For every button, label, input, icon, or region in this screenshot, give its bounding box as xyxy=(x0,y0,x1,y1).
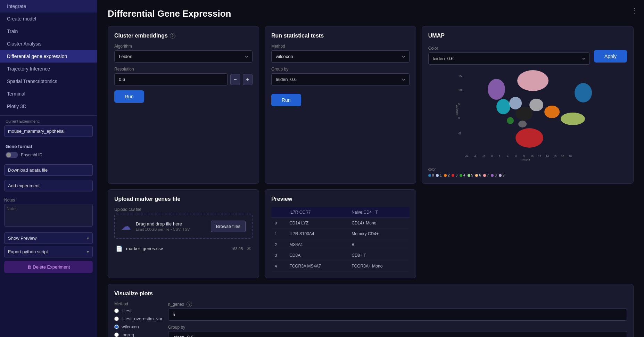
svg-text:-2: -2 xyxy=(482,155,485,158)
svg-text:2: 2 xyxy=(499,155,501,158)
show-preview-chevron: ▾ xyxy=(87,236,89,241)
vis-group-by-select[interactable]: leiden_0.6 xyxy=(168,331,627,337)
vis-method-label: Method xyxy=(114,302,163,306)
legend-item-7: 7 xyxy=(483,173,489,177)
row-col3: CD8+ T xyxy=(348,250,409,261)
cloud-upload-icon: ☁ xyxy=(121,221,131,232)
radio-item-t-test_overestim_var[interactable]: t-test_overestim_var xyxy=(114,316,163,321)
radio-item-wilcoxon[interactable]: wilcoxon xyxy=(114,324,163,329)
page-title: Differential Gene Expression xyxy=(108,8,634,19)
resolution-decrease-button[interactable]: − xyxy=(230,74,240,85)
legend-item-9: 9 xyxy=(499,173,505,177)
svg-text:14: 14 xyxy=(546,155,549,158)
sidebar-item-plotly-3d[interactable]: Plotly 3D xyxy=(0,100,97,113)
svg-point-31 xyxy=(507,117,514,124)
umap-spacer xyxy=(422,189,634,278)
umap-chart: 15 10 5 0 -5 umap2 -6 -4 -2 0 2 4 6 8 10 xyxy=(428,70,627,167)
radio-label-logreg: logreg xyxy=(122,332,134,337)
export-row[interactable]: Export python script ▾ xyxy=(4,246,93,257)
umap-panel: UMAP Color leiden_0.6 Apply 15 10 5 0 xyxy=(422,26,634,184)
svg-point-28 xyxy=(561,113,585,125)
sidebar-item-cluster-analysis[interactable]: Cluster Analysis xyxy=(0,38,97,50)
file-name: marker_genes.csv xyxy=(126,246,228,251)
radio-input-logreg[interactable] xyxy=(114,332,119,337)
radio-label-wilcoxon: wilcoxon xyxy=(122,324,139,329)
svg-text:6: 6 xyxy=(515,155,517,158)
browse-files-button[interactable]: Browse files xyxy=(211,221,246,232)
preview-col3-header: Naive CD4+ T xyxy=(348,207,409,218)
sidebar-item-trajectory-inference[interactable]: Trajectory Inference xyxy=(0,63,97,75)
dropzone[interactable]: ☁ Drag and drop file here Limit 100GB pe… xyxy=(114,214,253,239)
visualize-panel: Visualize plots Method t-test t-test_ove… xyxy=(108,284,634,337)
sidebar-item-differential-gene-expression[interactable]: Differential gene expression xyxy=(0,50,97,63)
stat-group-by-select[interactable]: leiden_0.6 xyxy=(271,73,410,85)
svg-point-29 xyxy=(575,83,592,102)
cluster-embeddings-title: Cluster embeddings ? xyxy=(114,33,253,39)
n-genes-info-icon[interactable]: ? xyxy=(187,302,192,307)
cluster-embeddings-info-icon[interactable]: ? xyxy=(170,33,175,39)
stat-method-select[interactable]: wilcoxon xyxy=(271,50,410,63)
sidebar-item-integrate[interactable]: Integrate xyxy=(0,0,97,13)
umap-color-select[interactable]: leiden_0.6 xyxy=(428,52,590,65)
show-preview-label: Show Preview xyxy=(8,236,36,241)
legend-item-1: 1 xyxy=(436,173,442,177)
export-label: Export python script xyxy=(8,249,48,254)
apply-button[interactable]: Apply xyxy=(594,50,627,63)
svg-text:8: 8 xyxy=(523,155,525,158)
radio-input-t-test[interactable] xyxy=(114,309,119,313)
preview-col1-header xyxy=(271,207,286,218)
svg-point-27 xyxy=(544,106,560,118)
notes-label: Notes xyxy=(4,198,93,203)
visualize-grid: Method t-test t-test_overestim_var wilco… xyxy=(114,302,627,337)
row-col2: CD8A xyxy=(286,250,348,261)
more-options-button[interactable]: ⋮ xyxy=(629,5,639,16)
stat-run-button[interactable]: Run xyxy=(271,94,301,106)
svg-point-25 xyxy=(515,107,533,121)
legend-item-2: 2 xyxy=(444,173,450,177)
add-experiment-select[interactable]: Add experiment xyxy=(4,180,93,191)
stat-group-by-label: Group by xyxy=(271,67,410,72)
svg-text:12: 12 xyxy=(538,155,541,158)
drag-drop-text: Drag and drop file here xyxy=(136,221,206,227)
algorithm-select[interactable]: Leiden xyxy=(114,50,253,63)
notes-textarea[interactable] xyxy=(4,204,93,227)
row-col3: CD14+ Mono xyxy=(348,218,409,229)
resolution-increase-button[interactable]: + xyxy=(243,74,253,85)
resolution-input[interactable] xyxy=(114,73,228,85)
limit-text: Limit 100GB per file • CSV, TSV xyxy=(136,227,206,231)
sidebar-nav: IntegrateCreate modelTrainCluster Analys… xyxy=(0,0,97,113)
svg-point-26 xyxy=(529,99,543,111)
row-col2: FCGR3A MS4A7 xyxy=(286,261,348,272)
main-content: ⋮ Differential Gene Expression Cluster e… xyxy=(97,0,644,337)
sidebar-item-terminal[interactable]: Terminal xyxy=(0,88,97,100)
sidebar-item-spatial-transcriptomics[interactable]: Spatial Transcriptomics xyxy=(0,75,97,88)
svg-text:10: 10 xyxy=(530,155,534,158)
delete-experiment-button[interactable]: 🗑 Delete Experiment xyxy=(4,261,93,273)
radio-input-t-test_overestim_var[interactable] xyxy=(114,317,119,321)
radio-item-logreg[interactable]: logreg xyxy=(114,332,163,337)
sidebar-item-create-model[interactable]: Create model xyxy=(0,13,97,25)
legend-item-8: 8 xyxy=(491,173,497,177)
svg-text:-5: -5 xyxy=(458,132,461,135)
n-genes-input[interactable] xyxy=(168,309,627,321)
cluster-run-button[interactable]: Run xyxy=(114,90,144,103)
row-col3: Memory CD4+ xyxy=(348,229,409,239)
file-remove-button[interactable]: ✕ xyxy=(247,245,251,252)
sidebar-item-train[interactable]: Train xyxy=(0,25,97,38)
legend-item-3: 3 xyxy=(452,173,457,177)
experiment-select[interactable]: mouse_mammary_epithelial xyxy=(4,125,93,137)
svg-text:10: 10 xyxy=(458,88,462,92)
ensembl-toggle[interactable] xyxy=(6,152,18,158)
svg-point-32 xyxy=(518,121,527,128)
upload-panel: Upload marker genes file Upload csv file… xyxy=(108,189,259,278)
radio-item-t-test[interactable]: t-test xyxy=(114,308,163,313)
show-preview-row[interactable]: Show Preview ▾ xyxy=(4,232,93,244)
download-select[interactable]: Download adata file xyxy=(4,164,93,176)
row-col2: IL7R S100A4 xyxy=(286,229,348,239)
radio-input-wilcoxon[interactable] xyxy=(114,324,119,329)
svg-point-21 xyxy=(488,79,505,100)
table-row: 4 FCGR3A MS4A7 FCGR3A+ Mono xyxy=(271,261,410,272)
n-genes-label: n_genes ? xyxy=(168,302,627,307)
preview-tbody: 0 CD14 LYZ CD14+ Mono 1 IL7R S100A4 Memo… xyxy=(271,218,410,272)
table-row: 0 CD14 LYZ CD14+ Mono xyxy=(271,218,410,229)
